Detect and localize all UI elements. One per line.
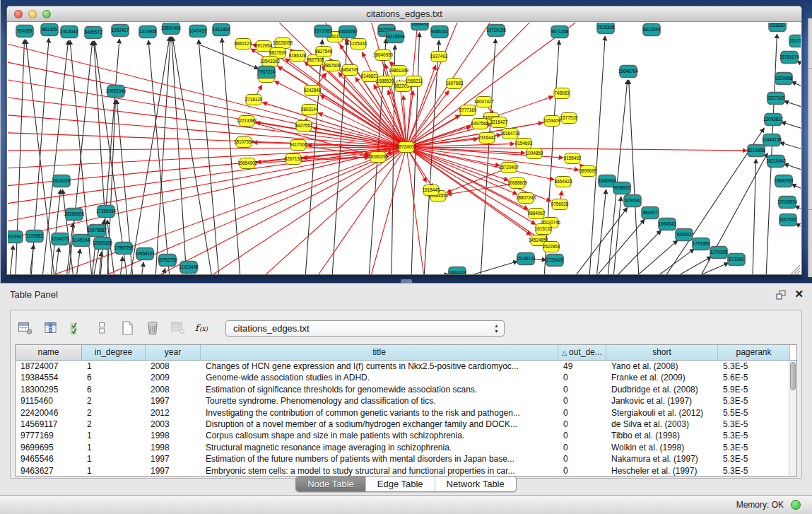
- cell-short[interactable]: Hescheler et al. (1997): [606, 465, 718, 476]
- network-canvas[interactable]: 8660123891295418226058982750910543392818…: [8, 23, 801, 274]
- cell-name[interactable]: 9777169: [16, 430, 82, 441]
- right-panel-gutter[interactable]: [808, 18, 812, 277]
- graph-node[interactable]: 934289: [16, 25, 33, 37]
- graph-node[interactable]: 1937493: [430, 52, 448, 62]
- cell-in_degree[interactable]: 1: [82, 465, 146, 476]
- graph-node[interactable]: 15751074: [779, 52, 800, 64]
- cell-pagerank[interactable]: 5.3E-5: [718, 453, 789, 465]
- graph-node[interactable]: 1572063: [314, 25, 332, 37]
- cell-name[interactable]: 18300295: [16, 384, 82, 395]
- graph-node[interactable]: 17957255: [114, 243, 134, 255]
- cell-in_degree[interactable]: 6: [82, 372, 146, 383]
- graph-node[interactable]: 1733426: [546, 255, 564, 267]
- cell-short[interactable]: Franke et al. (2009): [606, 372, 718, 383]
- table-row[interactable]: 1938455462009Genome-wide association stu…: [16, 372, 789, 383]
- graph-node[interactable]: 18107554: [234, 137, 254, 148]
- graph-node[interactable]: 1047419: [189, 25, 207, 37]
- column-header-out_de[interactable]: △out_de...: [558, 345, 606, 360]
- cell-year[interactable]: 1997: [146, 453, 201, 465]
- graph-node[interactable]: 1518445: [423, 185, 440, 196]
- table-mode-icon[interactable]: [16, 319, 35, 337]
- graph-node[interactable]: 9329966: [775, 73, 793, 85]
- cell-pagerank[interactable]: 5.6E-5: [718, 372, 789, 383]
- graph-node[interactable]: 15136141: [516, 253, 536, 265]
- graph-node[interactable]: 19861349: [389, 66, 409, 76]
- table-row[interactable]: 911546021997Tourette syndrome. Phenomeno…: [16, 395, 789, 407]
- graph-node[interactable]: 2718120: [245, 95, 263, 105]
- cell-title[interactable]: Embryonic stem cells: a model to study s…: [201, 465, 558, 476]
- cell-short[interactable]: de Silva et al. (2003): [606, 419, 718, 430]
- graph-node[interactable]: 1145194: [73, 235, 90, 247]
- graph-node[interactable]: 7957224: [258, 66, 276, 78]
- graph-node[interactable]: 1117530: [789, 35, 801, 47]
- graph-node[interactable]: 2316442: [478, 133, 496, 144]
- table-row[interactable]: 946554611997Estimation of the future num…: [16, 453, 789, 465]
- graph-node[interactable]: 16782759: [158, 255, 178, 267]
- cell-year[interactable]: 2008: [146, 361, 201, 372]
- graph-node[interactable]: 20206506: [64, 209, 85, 221]
- graph-node[interactable]: 19654903: [237, 158, 258, 169]
- cell-year[interactable]: 2012: [146, 407, 201, 419]
- table-row[interactable]: 1830029562008Estimation of significance …: [16, 384, 789, 395]
- graph-node[interactable]: 9242848: [304, 86, 322, 96]
- cell-short[interactable]: Nakamura et al. (1997): [606, 453, 718, 465]
- graph-node[interactable]: 2616059: [53, 175, 71, 187]
- table-row[interactable]: 977716911998Corpus callosum shape and si…: [16, 430, 789, 441]
- column-header-pagerank[interactable]: pagerank: [718, 345, 790, 360]
- graph-node[interactable]: 1052417: [112, 25, 129, 37]
- graph-node[interactable]: 15720407: [499, 163, 519, 173]
- create-column-icon[interactable]: [118, 319, 136, 337]
- cell-out_de[interactable]: 0: [558, 407, 606, 419]
- graph-node[interactable]: 8813054: [643, 24, 661, 36]
- graph-node[interactable]: 1270365: [710, 247, 728, 259]
- graph-node[interactable]: 1913304: [213, 24, 230, 36]
- cell-pagerank[interactable]: 5.3E-5: [718, 465, 789, 476]
- cell-title[interactable]: Genome-wide association studies in ADHD.: [201, 372, 558, 383]
- cell-out_de[interactable]: 0: [558, 395, 606, 407]
- cell-short[interactable]: Jankovic et al. (1997): [606, 395, 718, 407]
- cell-title[interactable]: Estimation of significance thresholds fo…: [201, 384, 558, 395]
- graph-node[interactable]: 3216427: [490, 117, 508, 128]
- graph-node[interactable]: 11923448: [179, 262, 199, 274]
- cell-in_degree[interactable]: 1: [82, 361, 146, 372]
- cell-name[interactable]: 9465546: [16, 453, 82, 465]
- graph-node[interactable]: 1204275: [52, 233, 69, 245]
- cell-name[interactable]: 18724007: [16, 361, 82, 372]
- table-row[interactable]: 969969511998Structural magnetic resonanc…: [16, 442, 789, 453]
- cell-name[interactable]: 14569117: [16, 419, 82, 430]
- graph-node[interactable]: 12213383: [237, 116, 257, 127]
- graph-node[interactable]: 18300295: [368, 152, 389, 163]
- cell-title[interactable]: Investigating the contribution of common…: [201, 407, 558, 419]
- cell-in_degree[interactable]: 2: [82, 407, 146, 419]
- cell-name[interactable]: 19384554: [16, 372, 82, 383]
- cell-short[interactable]: Yano et al. (2008): [606, 361, 718, 372]
- graph-node[interactable]: 9466161: [431, 26, 449, 38]
- graph-node[interactable]: 1697683: [446, 78, 464, 89]
- cell-in_degree[interactable]: 2: [82, 395, 146, 407]
- graph-node[interactable]: 19218596: [385, 31, 406, 43]
- network-svg[interactable]: 8660123891295418226058982750910543392818…: [8, 23, 801, 274]
- cell-out_de[interactable]: 0: [558, 430, 606, 441]
- graph-node[interactable]: 20891406: [161, 23, 182, 35]
- cell-year[interactable]: 2008: [146, 384, 201, 395]
- column-header-name[interactable]: name: [16, 345, 82, 360]
- graph-node[interactable]: 1167533: [779, 214, 797, 226]
- graph-node[interactable]: 16047427: [474, 97, 495, 107]
- cell-short[interactable]: Stergiakouli et al. (2012): [606, 407, 718, 419]
- cell-title[interactable]: Disruption of a novel member of a sodium…: [201, 419, 558, 430]
- graph-node[interactable]: 1577515: [560, 113, 578, 124]
- graph-node[interactable]: 924502: [676, 229, 693, 241]
- cell-name[interactable]: 9463627: [16, 465, 82, 476]
- cell-pagerank[interactable]: 5.5E-5: [718, 407, 789, 419]
- graph-node[interactable]: 8267130: [285, 154, 302, 165]
- tab-node-table[interactable]: Node Table: [296, 477, 365, 491]
- cell-title[interactable]: Estimation of the future numbers of pati…: [201, 453, 558, 465]
- float-panel-icon[interactable]: [775, 290, 787, 300]
- graph-node[interactable]: 2867608: [324, 61, 341, 71]
- graph-node[interactable]: 10958107: [135, 248, 155, 260]
- graph-node[interactable]: 12444158: [762, 134, 782, 146]
- cell-out_de[interactable]: 49: [558, 361, 606, 372]
- graph-node[interactable]: 931594: [8, 231, 23, 243]
- table-row[interactable]: 1872400712008Changes of HCN gene express…: [16, 361, 789, 372]
- graph-node[interactable]: 10543392: [260, 57, 281, 67]
